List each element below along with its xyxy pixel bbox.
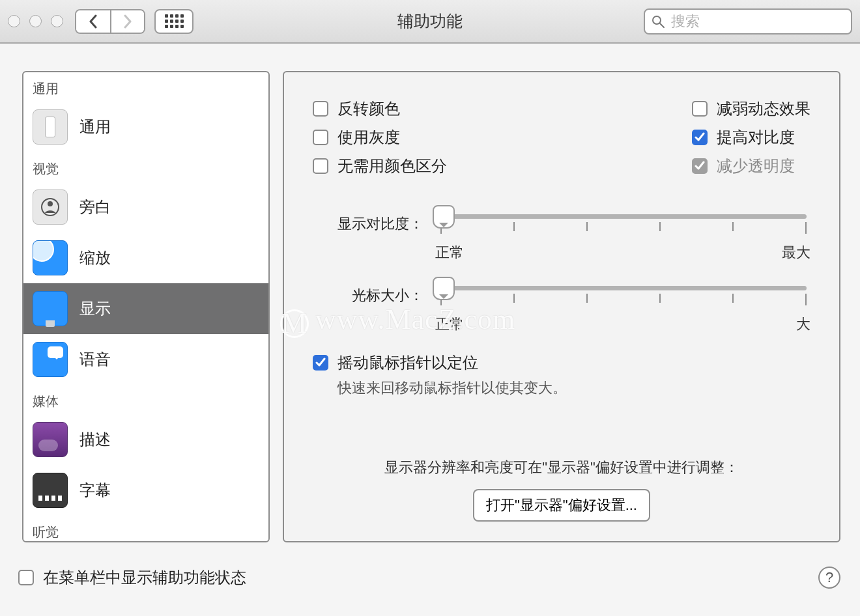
checkbox-box[interactable] <box>313 355 328 371</box>
display-icon <box>33 291 68 326</box>
slider-thumb[interactable] <box>433 205 455 229</box>
checkbox-differentiate-without-color[interactable]: 无需用颜色区分 <box>313 153 447 179</box>
checkbox-label: 使用灰度 <box>337 127 400 148</box>
grid-icon <box>165 14 184 28</box>
zoom-window-button[interactable] <box>51 15 63 27</box>
sidebar-item-voiceover[interactable]: 旁白 <box>23 182 268 232</box>
checkbox-box[interactable] <box>313 158 328 174</box>
svg-point-2 <box>42 199 59 216</box>
sidebar-item-zoom[interactable]: 缩放 <box>23 232 268 283</box>
checkbox-label: 提高对比度 <box>717 127 795 148</box>
panel-footer: 显示器分辨率和亮度可在"显示器"偏好设置中进行调整： 打开"显示器"偏好设置..… <box>313 458 810 522</box>
checkbox-column-left: 反转颜色 使用灰度 无需用颜色区分 <box>313 96 447 179</box>
slider-track <box>440 286 807 290</box>
close-window-button[interactable] <box>8 15 20 27</box>
forward-button[interactable] <box>110 10 144 33</box>
sidebar-item-label: 缩放 <box>79 247 111 268</box>
checkbox-use-grayscale[interactable]: 使用灰度 <box>313 124 447 150</box>
sidebar-item-general[interactable]: 通用 <box>23 102 268 152</box>
slider-ticks <box>440 294 807 305</box>
checkbox-label: 反转颜色 <box>337 98 400 119</box>
back-button[interactable] <box>76 10 110 33</box>
sidebar-section-vision: 视觉 <box>23 152 268 182</box>
checkbox-label: 在菜单栏中显示辅助功能状态 <box>43 567 246 588</box>
display-contrast-slider[interactable] <box>437 208 810 240</box>
checkbox-reduce-motion[interactable]: 减弱动态效果 <box>692 96 810 122</box>
checkbox-increase-contrast[interactable]: 提高对比度 <box>692 124 810 150</box>
shake-description: 快速来回移动鼠标指针以使其变大。 <box>337 378 810 398</box>
checkbox-box[interactable] <box>692 130 708 145</box>
sidebar-item-display[interactable]: 显示 <box>23 283 268 334</box>
shake-to-locate-block: 摇动鼠标指针以定位 快速来回移动鼠标指针以使其变大。 <box>313 350 810 398</box>
sidebar: 通用 通用 视觉 旁白 缩放 显示 语音 媒体 描述 <box>22 71 270 542</box>
sidebar-item-descriptions[interactable]: 描述 <box>23 414 268 465</box>
chevron-right-icon <box>122 14 133 29</box>
general-icon <box>33 109 68 145</box>
slider-label: 显示对比度： <box>313 214 423 234</box>
slider-min-label: 正常 <box>435 243 464 262</box>
cursor-size-slider-block: 光标大小： 正常 大 <box>313 279 810 334</box>
sidebar-item-label: 字幕 <box>79 480 111 501</box>
checkbox-label: 摇动鼠标指针以定位 <box>337 352 478 373</box>
voiceover-icon <box>33 189 68 225</box>
open-displays-prefs-button[interactable]: 打开"显示器"偏好设置... <box>473 489 650 522</box>
traffic-lights <box>8 15 63 27</box>
show-all-button[interactable] <box>154 9 194 34</box>
slider-label: 光标大小： <box>313 286 423 305</box>
sidebar-item-label: 旁白 <box>79 197 111 217</box>
minimize-window-button[interactable] <box>29 15 42 27</box>
checkbox-shake-to-locate[interactable]: 摇动鼠标指针以定位 <box>313 350 810 376</box>
slider-ticks <box>440 222 807 234</box>
svg-point-3 <box>48 201 53 206</box>
sidebar-section-hearing: 听觉 <box>23 516 268 542</box>
cursor-size-slider[interactable] <box>437 279 810 312</box>
checkbox-show-in-menubar[interactable]: 在菜单栏中显示辅助功能状态 <box>18 565 246 591</box>
display-contrast-slider-block: 显示对比度： 正常 最大 <box>313 208 810 262</box>
sidebar-section-media: 媒体 <box>23 385 268 414</box>
titlebar: 辅助功能 <box>0 0 860 44</box>
checkbox-label: 无需用颜色区分 <box>337 156 447 176</box>
search-input[interactable] <box>670 12 852 31</box>
sidebar-item-speech[interactable]: 语音 <box>23 334 268 385</box>
slider-max-label: 大 <box>796 315 810 334</box>
captions-icon <box>33 473 68 508</box>
svg-line-1 <box>660 23 664 27</box>
window-footer: 在菜单栏中显示辅助功能状态 ? <box>0 553 860 591</box>
detail-panel: 反转颜色 使用灰度 无需用颜色区分 减弱动态效果 提高对比度 <box>283 71 840 542</box>
zoom-icon <box>33 240 68 275</box>
search-field[interactable] <box>644 8 852 35</box>
help-button[interactable]: ? <box>818 567 840 589</box>
sidebar-item-label: 通用 <box>79 117 111 137</box>
chevron-left-icon <box>88 14 98 29</box>
speech-icon <box>33 342 68 377</box>
checkbox-label: 减弱动态效果 <box>717 98 810 119</box>
checkbox-box[interactable] <box>692 101 708 117</box>
slider-min-label: 正常 <box>435 315 464 334</box>
checkbox-reduce-transparency: 减少透明度 <box>692 153 810 179</box>
slider-max-label: 最大 <box>782 243 810 262</box>
descriptions-icon <box>33 422 68 457</box>
svg-point-0 <box>653 16 661 24</box>
search-icon <box>652 15 665 28</box>
nav-back-forward <box>75 9 145 34</box>
checkbox-invert-colors[interactable]: 反转颜色 <box>313 96 447 122</box>
sidebar-item-label: 显示 <box>79 298 111 319</box>
checkbox-box <box>692 158 708 174</box>
sidebar-item-label: 语音 <box>79 349 111 370</box>
checkbox-box[interactable] <box>313 101 328 117</box>
checkbox-box[interactable] <box>313 130 328 145</box>
checkbox-columns: 反转颜色 使用灰度 无需用颜色区分 减弱动态效果 提高对比度 <box>313 96 810 179</box>
checkbox-label: 减少透明度 <box>717 156 795 176</box>
checkbox-box[interactable] <box>18 570 34 585</box>
slider-track <box>440 214 807 219</box>
sidebar-item-captions[interactable]: 字幕 <box>23 465 268 516</box>
sidebar-item-label: 描述 <box>79 429 111 450</box>
display-hint: 显示器分辨率和亮度可在"显示器"偏好设置中进行调整： <box>313 458 810 477</box>
sidebar-section-general: 通用 <box>23 72 268 102</box>
checkbox-column-right: 减弱动态效果 提高对比度 减少透明度 <box>692 96 810 179</box>
content: 通用 通用 视觉 旁白 缩放 显示 语音 媒体 描述 <box>0 44 860 553</box>
slider-thumb[interactable] <box>433 277 455 300</box>
